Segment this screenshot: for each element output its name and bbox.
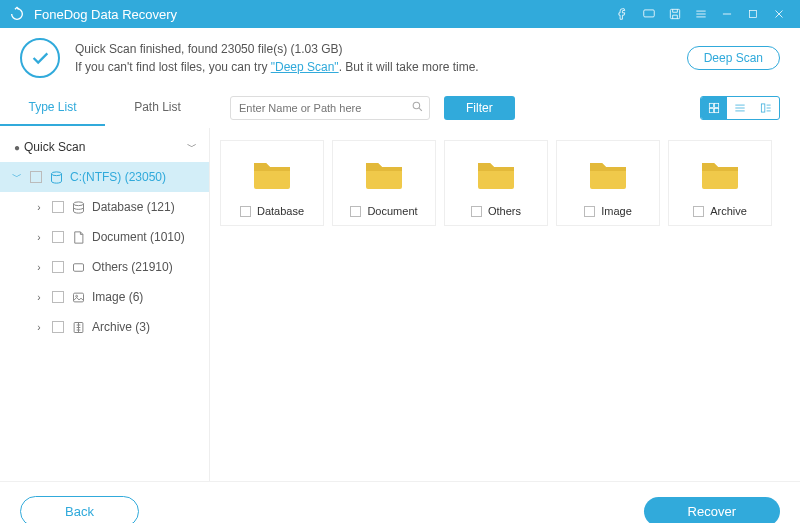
app-title: FoneDog Data Recovery xyxy=(34,7,177,22)
checkbox[interactable] xyxy=(240,206,251,217)
status-message: Quick Scan finished, found 23050 file(s)… xyxy=(75,40,687,76)
tree-item[interactable]: ›Document (1010) xyxy=(0,222,209,252)
category-icon xyxy=(70,320,86,335)
toolbar: Type List Path List Filter xyxy=(0,88,800,128)
svg-rect-6 xyxy=(709,109,713,113)
recover-button[interactable]: Recover xyxy=(644,497,780,523)
category-icon xyxy=(70,200,86,215)
folder-item[interactable]: Image xyxy=(556,140,660,226)
checkbox[interactable] xyxy=(52,261,64,273)
folder-icon xyxy=(364,157,404,191)
chevron-right-icon[interactable]: › xyxy=(32,202,46,213)
svg-rect-7 xyxy=(715,109,719,113)
tree-item-label: Archive (3) xyxy=(92,320,150,334)
svg-rect-0 xyxy=(644,10,655,17)
category-icon xyxy=(70,260,86,275)
checkbox[interactable] xyxy=(52,321,64,333)
folder-grid: DatabaseDocumentOthersImageArchive xyxy=(220,140,790,226)
folder-name: Document xyxy=(367,205,417,217)
facebook-icon[interactable] xyxy=(610,0,636,28)
chevron-right-icon[interactable]: › xyxy=(32,292,46,303)
svg-rect-8 xyxy=(761,104,765,112)
view-grid-button[interactable] xyxy=(701,97,727,119)
svg-point-10 xyxy=(73,201,83,205)
view-switch xyxy=(700,96,780,120)
folder-name: Image xyxy=(601,205,632,217)
save-icon[interactable] xyxy=(662,0,688,28)
tree-item-label: Document (1010) xyxy=(92,230,185,244)
tree-item[interactable]: ›Archive (3) xyxy=(0,312,209,342)
status-bar: Quick Scan finished, found 23050 file(s)… xyxy=(0,28,800,88)
tree-item[interactable]: ›Image (6) xyxy=(0,282,209,312)
close-icon[interactable] xyxy=(766,0,792,28)
chevron-down-icon[interactable]: ﹀ xyxy=(10,170,24,184)
chevron-right-icon[interactable]: › xyxy=(32,232,46,243)
svg-rect-12 xyxy=(73,293,83,302)
search-icon[interactable] xyxy=(411,100,424,116)
checkbox[interactable] xyxy=(471,206,482,217)
chevron-right-icon[interactable]: › xyxy=(32,262,46,273)
category-icon xyxy=(70,230,86,245)
content-area: DatabaseDocumentOthersImageArchive xyxy=(210,128,800,481)
folder-name: Others xyxy=(488,205,521,217)
tree-item-label: Image (6) xyxy=(92,290,143,304)
folder-name: Archive xyxy=(710,205,747,217)
titlebar: FoneDog Data Recovery xyxy=(0,0,800,28)
folder-item[interactable]: Others xyxy=(444,140,548,226)
checkbox[interactable] xyxy=(52,291,64,303)
footer: Back Recover xyxy=(0,481,800,523)
svg-rect-2 xyxy=(750,11,757,18)
tree-drive[interactable]: ﹀ C:(NTFS) (23050) xyxy=(0,162,209,192)
minimize-icon[interactable] xyxy=(714,0,740,28)
folder-icon xyxy=(476,157,516,191)
tree-root[interactable]: ● Quick Scan ﹀ xyxy=(0,132,209,162)
chevron-down-icon[interactable]: ﹀ xyxy=(185,140,199,154)
checkbox[interactable] xyxy=(52,231,64,243)
menu-icon[interactable] xyxy=(688,0,714,28)
chevron-right-icon[interactable]: › xyxy=(32,322,46,333)
svg-rect-4 xyxy=(709,103,713,107)
checkbox[interactable] xyxy=(693,206,704,217)
svg-rect-1 xyxy=(670,9,679,18)
svg-rect-11 xyxy=(73,263,83,271)
folder-name: Database xyxy=(257,205,304,217)
checkbox[interactable] xyxy=(350,206,361,217)
tree-item-label: Others (21910) xyxy=(92,260,173,274)
checkbox[interactable] xyxy=(52,201,64,213)
tabs: Type List Path List xyxy=(0,90,210,126)
folder-item[interactable]: Database xyxy=(220,140,324,226)
tree-drive-label: C:(NTFS) (23050) xyxy=(70,170,166,184)
tab-path-list[interactable]: Path List xyxy=(105,90,210,126)
checkbox[interactable] xyxy=(584,206,595,217)
folder-icon xyxy=(700,157,740,191)
view-detail-button[interactable] xyxy=(753,97,779,119)
tree-root-label: Quick Scan xyxy=(24,140,85,154)
deep-scan-link[interactable]: "Deep Scan" xyxy=(271,60,339,74)
tree-item-label: Database (121) xyxy=(92,200,175,214)
bullet-icon: ● xyxy=(10,142,24,153)
folder-icon xyxy=(588,157,628,191)
folder-icon xyxy=(252,157,292,191)
tree-item[interactable]: ›Database (121) xyxy=(0,192,209,222)
search-input[interactable] xyxy=(230,96,430,120)
tree-item[interactable]: ›Others (21910) xyxy=(0,252,209,282)
maximize-icon[interactable] xyxy=(740,0,766,28)
view-list-button[interactable] xyxy=(727,97,753,119)
check-icon xyxy=(20,38,60,78)
feedback-icon[interactable] xyxy=(636,0,662,28)
checkbox[interactable] xyxy=(30,171,42,183)
filter-button[interactable]: Filter xyxy=(444,96,515,120)
main-area: ● Quick Scan ﹀ ﹀ C:(NTFS) (23050) ›Datab… xyxy=(0,128,800,481)
deep-scan-button[interactable]: Deep Scan xyxy=(687,46,780,70)
svg-point-9 xyxy=(51,171,61,175)
tab-type-list[interactable]: Type List xyxy=(0,90,105,126)
svg-rect-5 xyxy=(715,103,719,107)
drive-icon xyxy=(48,170,64,185)
folder-item[interactable]: Document xyxy=(332,140,436,226)
search-box xyxy=(230,96,430,120)
sidebar: ● Quick Scan ﹀ ﹀ C:(NTFS) (23050) ›Datab… xyxy=(0,128,210,481)
category-icon xyxy=(70,290,86,305)
back-button[interactable]: Back xyxy=(20,496,139,523)
svg-point-3 xyxy=(413,102,420,109)
folder-item[interactable]: Archive xyxy=(668,140,772,226)
